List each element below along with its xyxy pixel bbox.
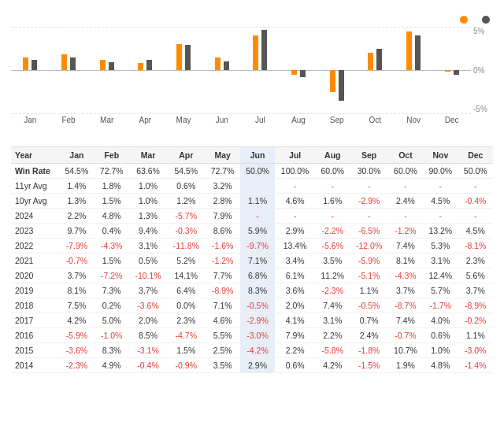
x-axis-label: Mar — [87, 116, 126, 124]
data-table-container: YearJanFebMarAprMayJunJulAugSepOctNovDec… — [11, 146, 493, 373]
y-label-top: 5% — [473, 27, 493, 35]
data-cell: -5.1% — [350, 268, 387, 283]
median-bar — [445, 70, 450, 72]
table-row: 20242.2%4.8%1.3%-5.7%7.9%------- — [11, 209, 493, 224]
median-bar — [100, 60, 106, 70]
table-row: 2014-2.3%4.9%-0.4%-0.9%3.5%2.9%0.6%4.2%-… — [11, 358, 493, 373]
data-cell: -4.2% — [240, 343, 275, 358]
data-cell: -0.4% — [129, 358, 167, 373]
data-cell: 3.4% — [275, 254, 315, 268]
data-cell: - — [423, 179, 458, 194]
mean-bar — [261, 30, 267, 70]
x-axis-label: Oct — [356, 116, 395, 124]
data-cell: 2.2% — [275, 343, 315, 358]
table-row: Win Rate54.5%72.7%63.6%54.5%72.7%50.0%10… — [11, 164, 493, 179]
col-header-oct: Oct — [388, 147, 423, 164]
data-cell: -5.7% — [167, 209, 205, 224]
col-header-jun: Jun — [240, 147, 275, 164]
year-cell: 2016 — [11, 328, 59, 343]
data-cell: - — [388, 209, 423, 224]
data-cell: 5.0% — [94, 313, 129, 328]
x-axis-label: Jun — [202, 116, 241, 124]
legend-median — [460, 16, 471, 24]
data-cell: 72.7% — [205, 164, 239, 179]
year-cell: 2023 — [11, 224, 59, 239]
chart-legend — [11, 16, 493, 24]
data-cell: 1.5% — [94, 194, 129, 209]
data-cell: 4.5% — [458, 224, 493, 239]
x-axis-label: Sep — [317, 116, 356, 124]
data-cell: 4.6% — [205, 313, 239, 328]
y-label-bot: -5% — [473, 105, 493, 113]
col-header-sep: Sep — [350, 147, 387, 164]
table-row: 20203.7%-7.2%-10.1%14.1%7.7%6.8%6.1%11.2… — [11, 268, 493, 283]
data-cell: 0.2% — [94, 298, 129, 313]
x-axis-label: Feb — [50, 116, 88, 124]
data-cell: 0.6% — [275, 358, 315, 373]
data-cell: -0.7% — [388, 328, 423, 343]
data-cell: -1.0% — [94, 328, 129, 343]
data-cell: -5.8% — [315, 343, 350, 358]
data-cell: 9.7% — [59, 224, 94, 239]
data-cell: 2.2% — [315, 328, 350, 343]
data-cell: 2.0% — [129, 313, 167, 328]
data-cell: -11.8% — [167, 239, 205, 254]
data-cell: 7.4% — [315, 298, 350, 313]
data-cell: 90.0% — [423, 164, 458, 179]
mean-bar — [454, 70, 459, 75]
data-cell: -4.3% — [388, 268, 423, 283]
table-row: 2021-0.7%1.5%0.5%5.2%-1.2%7.1%3.4%3.5%-5… — [11, 254, 493, 268]
year-cell: 2018 — [11, 298, 59, 313]
median-bar — [291, 70, 297, 75]
data-cell: 0.4% — [94, 224, 129, 239]
data-cell: 50.0% — [458, 164, 493, 179]
year-cell: 2019 — [11, 283, 59, 298]
table-row: 2016-5.9%-1.0%8.5%-4.7%5.5%-3.0%7.9%2.2%… — [11, 328, 493, 343]
data-cell: 54.5% — [167, 164, 205, 179]
data-cell: -0.5% — [240, 298, 275, 313]
data-cell: 100.0% — [275, 164, 315, 179]
x-axis-label: Jan — [11, 116, 50, 124]
data-cell: -8.9% — [205, 283, 239, 298]
header-row: YearJanFebMarAprMayJunJulAugSepOctNovDec — [11, 147, 493, 164]
median-bar — [176, 44, 182, 70]
data-cell: -12.0% — [350, 239, 387, 254]
data-cell: - — [315, 209, 350, 224]
data-cell: -3.1% — [129, 343, 167, 358]
table-row: 11yr Avg1.4%1.8%1.0%0.6%3.2%------ — [11, 179, 493, 194]
table-header: YearJanFebMarAprMayJunJulAugSepOctNovDec — [11, 147, 493, 164]
data-cell: -2.9% — [350, 194, 387, 209]
data-cell: - — [458, 179, 493, 194]
data-cell: -1.8% — [350, 343, 387, 358]
mean-bar — [376, 49, 382, 71]
data-cell: - — [423, 209, 458, 224]
data-cell: -10.1% — [129, 268, 167, 283]
data-cell: 2.9% — [240, 358, 275, 373]
table-row: 2015-3.6%8.3%-3.1%1.5%2.5%-4.2%2.2%-5.8%… — [11, 343, 493, 358]
data-cell: 0.6% — [167, 179, 205, 194]
table-row: 20187.5%0.2%-3.6%0.0%7.1%-0.5%2.0%7.4%-0… — [11, 298, 493, 313]
x-axis-label: Nov — [395, 116, 433, 124]
data-cell: 2.3% — [167, 313, 205, 328]
data-cell: -5.9% — [59, 328, 94, 343]
median-bar — [406, 31, 412, 71]
data-cell: 30.0% — [350, 164, 387, 179]
data-cell: 1.0% — [129, 179, 167, 194]
mean-bar — [109, 62, 114, 70]
data-cell: 8.1% — [59, 283, 94, 298]
data-cell: -2.3% — [315, 283, 350, 298]
data-cell: -0.2% — [458, 313, 493, 328]
mean-bar — [32, 60, 37, 70]
data-cell: 5.7% — [423, 283, 458, 298]
data-cell: 7.9% — [205, 209, 239, 224]
data-cell: 2.3% — [458, 254, 493, 268]
data-cell: -0.4% — [458, 194, 493, 209]
data-cell: 4.2% — [315, 358, 350, 373]
table-row: 2022-7.9%-4.3%3.1%-11.8%-1.6%-9.7%13.4%-… — [11, 239, 493, 254]
data-cell: - — [275, 209, 315, 224]
data-cell: 4.9% — [94, 358, 129, 373]
col-header-dec: Dec — [458, 147, 493, 164]
data-cell: 7.1% — [205, 298, 239, 313]
median-bar — [330, 70, 335, 92]
data-cell: 7.1% — [240, 254, 275, 268]
